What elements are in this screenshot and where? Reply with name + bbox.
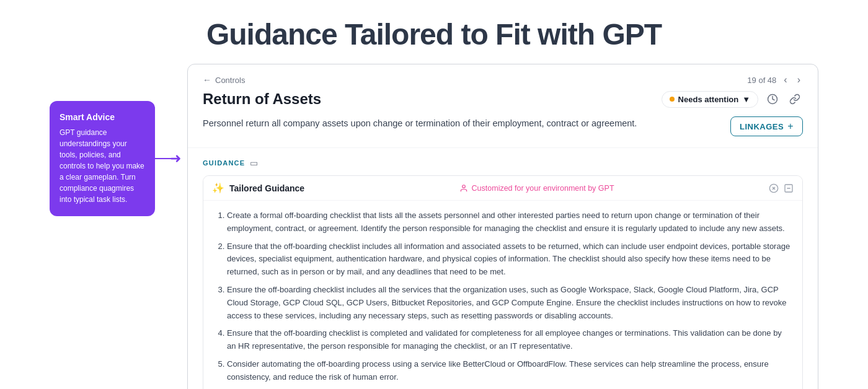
smart-advice-body: GPT guidance understandings your tools, … — [60, 127, 145, 205]
guidance-list-item: Consider automating the off-boarding pro… — [227, 358, 791, 384]
control-title: Return of Assets — [203, 90, 321, 108]
smart-advice-arrow-icon: ➜ — [170, 152, 181, 165]
pagination-text: 19 of 48 — [747, 76, 776, 85]
guidance-list-item: Ensure that the off-boarding checklist i… — [227, 327, 791, 353]
description-text: Personnel return all company assets upon… — [203, 116, 637, 131]
guidance-list-item: Create a formal off-boarding checklist t… — [227, 209, 791, 235]
link-icon-button[interactable] — [787, 91, 803, 107]
panel-title-row: Return of Assets Needs attention ▼ — [188, 87, 818, 116]
tailored-subtitle: Customized for your environment by GPT — [472, 184, 614, 193]
tailored-subtitle-area: Customized for your environment by GPT — [459, 184, 614, 193]
wand-icon: ✨ — [212, 182, 224, 194]
needs-attention-button[interactable]: Needs attention ▼ — [662, 91, 758, 108]
guidance-label: GUIDANCE — [203, 159, 245, 167]
tailored-actions — [769, 183, 794, 193]
linkages-button[interactable]: LINKAGES + — [730, 116, 803, 136]
tailored-card-header: ✨ Tailored Guidance Customized for your … — [203, 176, 802, 201]
panel-header: ← Controls 19 of 48 ‹ › — [188, 64, 818, 87]
needs-attention-label: Needs attention — [678, 95, 739, 104]
chevron-down-icon: ▼ — [742, 95, 750, 104]
pagination-prev-button[interactable]: ‹ — [781, 73, 789, 87]
x-circle-icon — [769, 183, 779, 193]
guidance-list: Create a formal off-boarding checklist t… — [203, 201, 802, 389]
minus-icon: ▭ — [250, 158, 258, 168]
smart-advice-card: Smart Advice GPT guidance understandings… — [50, 101, 155, 216]
needs-attention-dot — [670, 97, 675, 102]
pagination-area: 19 of 48 ‹ › — [747, 73, 803, 87]
pagination-next-button[interactable]: › — [795, 73, 803, 87]
title-actions: Needs attention ▼ — [662, 91, 803, 108]
person-icon — [459, 184, 468, 193]
tailored-guidance-card: ✨ Tailored Guidance Customized for your … — [203, 175, 803, 389]
guidance-list-item: Ensure that the off-boarding checklist i… — [227, 240, 791, 279]
guidance-list-item: Ensure the off-boarding checklist includ… — [227, 284, 791, 322]
link-icon — [789, 94, 800, 105]
linkages-plus-icon: + — [787, 121, 794, 132]
back-arrow-icon: ← — [203, 75, 211, 85]
tailored-left: ✨ Tailored Guidance — [212, 182, 304, 194]
guidance-header: GUIDANCE ▭ — [203, 158, 803, 168]
svg-point-1 — [462, 185, 465, 188]
history-icon-button[interactable] — [764, 91, 781, 107]
close-button[interactable] — [769, 183, 779, 193]
linkages-label: LINKAGES — [740, 122, 784, 131]
guidance-collapse-button[interactable]: ▭ — [250, 158, 258, 168]
description-row: Personnel return all company assets upon… — [188, 116, 818, 148]
breadcrumb[interactable]: ← Controls — [203, 75, 245, 85]
content-panel: ← Controls 19 of 48 ‹ › Return of Assets… — [187, 64, 818, 389]
breadcrumb-label: Controls — [215, 76, 245, 85]
page-title: Guidance Tailored to Fit with GPT — [0, 0, 868, 64]
main-area: Smart Advice GPT guidance understandings… — [0, 64, 868, 389]
history-icon — [767, 94, 778, 105]
tailored-title: Tailored Guidance — [229, 183, 304, 193]
card-collapse-button[interactable] — [784, 183, 794, 193]
minus-square-icon — [784, 183, 794, 193]
guidance-section: GUIDANCE ▭ ✨ Tailored Guidance — [188, 148, 818, 389]
smart-advice-title: Smart Advice — [60, 112, 145, 122]
